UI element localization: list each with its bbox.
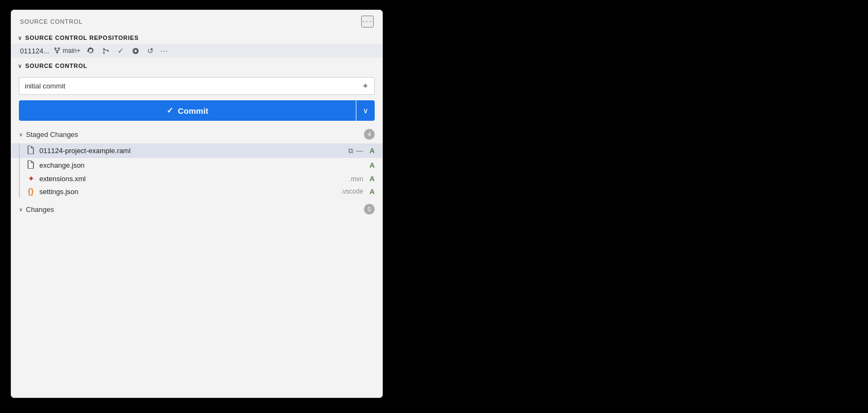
repo-more-icon[interactable]: ···: [160, 46, 168, 55]
changes-count-badge: 0: [364, 204, 375, 215]
unstage-icon[interactable]: —: [356, 147, 363, 155]
stage-icon[interactable]: [130, 46, 141, 56]
sc-section-label: SOURCE CONTROL: [25, 63, 87, 69]
repos-section-label: SOURCE CONTROL REPOSITORIES: [25, 35, 139, 41]
sc-section-body: ✦ ✓ Commit ∨: [11, 72, 382, 125]
file-folder: .mvn: [349, 175, 363, 183]
branch-name: main+: [63, 47, 80, 54]
commit-dropdown-button[interactable]: ∨: [356, 100, 375, 121]
staged-file-item[interactable]: exchange.json A: [11, 158, 382, 173]
commit-dropdown-chevron: ∨: [363, 106, 368, 115]
indent-line: [19, 173, 20, 185]
changes-label: Changes: [26, 205, 54, 214]
staged-file-item[interactable]: 011124-project-example.raml ⧉ — A: [11, 143, 382, 158]
branch-label: main+: [53, 47, 80, 54]
commit-button[interactable]: ✓ Commit: [19, 100, 356, 121]
staged-files-list: 011124-project-example.raml ⧉ — A exchan…: [11, 143, 382, 198]
indent-line: [19, 185, 20, 198]
file-status: A: [370, 175, 375, 183]
staged-count-badge: 4: [364, 129, 375, 140]
file-name: extensions.xml: [39, 175, 344, 183]
repo-name: 011124...: [20, 47, 49, 55]
commit-button-label: Commit: [178, 106, 209, 115]
commit-btn-row: ✓ Commit ∨: [19, 100, 375, 121]
staged-changes-section: ∨ Staged Changes 4 011124-project-exampl…: [11, 125, 382, 397]
file-icon: [26, 146, 35, 156]
staged-file-item[interactable]: {} settings.json .vscode A: [11, 185, 382, 198]
sc-section-header: ∨ SOURCE CONTROL: [11, 60, 382, 72]
source-control-panel: SOURCE CONTROL ··· ∨ SOURCE CONTROL REPO…: [11, 10, 383, 398]
branch-icon: [53, 47, 61, 54]
panel-more-button[interactable]: ···: [361, 16, 374, 27]
changes-chevron-icon: ∨: [19, 206, 23, 212]
commit-message-wrap: ✦: [19, 77, 375, 95]
svg-line-4: [104, 50, 108, 50]
file-status: A: [370, 188, 375, 196]
indent-line: [19, 143, 20, 158]
commit-check-icon: ✓: [167, 106, 174, 115]
file-name: 011124-project-example.raml: [39, 147, 344, 155]
mvn-file-icon: ✦: [26, 175, 35, 183]
staged-chevron-icon: ∨: [19, 132, 23, 137]
commit-message-input[interactable]: [25, 82, 359, 90]
file-status: A: [370, 161, 375, 169]
file-folder: .vscode: [341, 188, 363, 195]
file-name: exchange.json: [39, 161, 363, 169]
indent-line: [19, 158, 20, 173]
svg-point-2: [104, 52, 105, 53]
file-status: A: [370, 147, 375, 155]
file-action-icons: ⧉ —: [348, 147, 363, 155]
staged-changes-label: Staged Changes: [26, 130, 78, 139]
repo-row: 011124... main+ ✓ ↺ ···: [11, 44, 382, 58]
panel-header: SOURCE CONTROL ···: [11, 10, 382, 32]
panel-title: SOURCE CONTROL: [20, 18, 82, 25]
repos-section-header: ∨ SOURCE CONTROL REPOSITORIES: [11, 32, 382, 44]
graph-icon[interactable]: [101, 46, 111, 56]
copy-icon[interactable]: ⧉: [348, 147, 353, 155]
sync-icon[interactable]: [86, 46, 95, 55]
file-name: settings.json: [39, 188, 335, 196]
staged-file-item[interactable]: ✦ extensions.xml .mvn A: [11, 173, 382, 185]
refresh-icon[interactable]: ↺: [146, 46, 155, 56]
sc-chevron-icon: ∨: [18, 63, 22, 69]
repo-action-icons: ✓ ↺ ···: [86, 46, 168, 56]
ai-sparkle-icon[interactable]: ✦: [362, 81, 369, 91]
staged-changes-header: ∨ Staged Changes 4: [11, 125, 382, 143]
repos-chevron-icon: ∨: [18, 35, 22, 41]
changes-header: ∨ Changes 0: [11, 200, 382, 218]
json-file-icon: {}: [26, 187, 35, 196]
check-icon[interactable]: ✓: [116, 46, 125, 56]
file-icon: [26, 160, 35, 170]
